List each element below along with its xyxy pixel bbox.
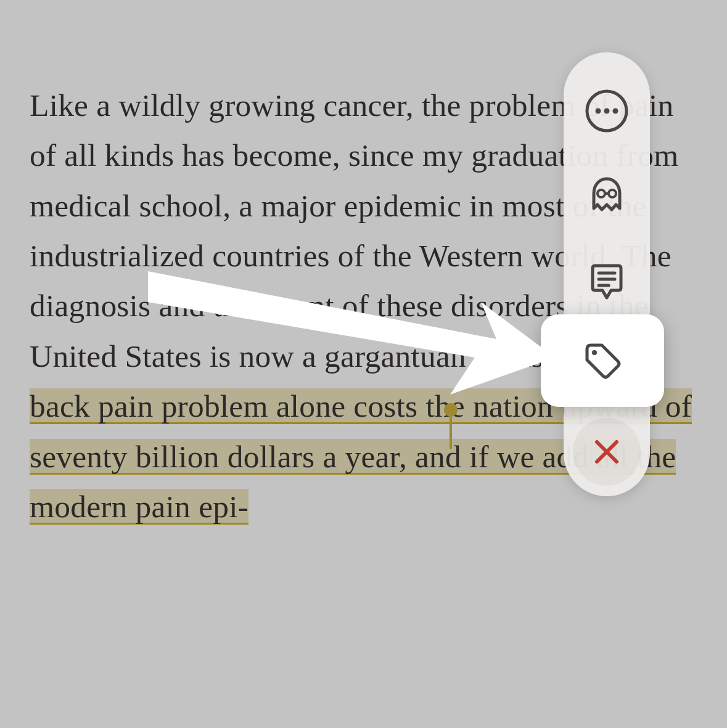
- svg-point-3: [613, 108, 618, 113]
- ghost-reader-button[interactable]: [567, 153, 647, 239]
- note-icon: [585, 261, 628, 304]
- close-icon: [589, 435, 624, 469]
- more-horizontal-icon: [585, 89, 629, 133]
- svg-point-4: [598, 190, 605, 197]
- annotation-toolbar: [564, 52, 650, 496]
- svg-point-1: [596, 108, 601, 113]
- close-button[interactable]: [573, 418, 641, 486]
- selection-handle-start[interactable]: [444, 403, 458, 417]
- tag-icon: [580, 338, 625, 383]
- selection-caret: [450, 415, 452, 449]
- more-options-button[interactable]: [567, 68, 647, 153]
- tag-button-active[interactable]: [541, 314, 664, 407]
- reader-page: Like a wildly growing cancer, the prob­l…: [0, 0, 727, 728]
- add-note-button[interactable]: [567, 239, 647, 325]
- svg-point-2: [604, 108, 610, 113]
- svg-point-12: [592, 350, 597, 355]
- svg-point-5: [609, 190, 616, 197]
- ghost-icon: [585, 175, 628, 218]
